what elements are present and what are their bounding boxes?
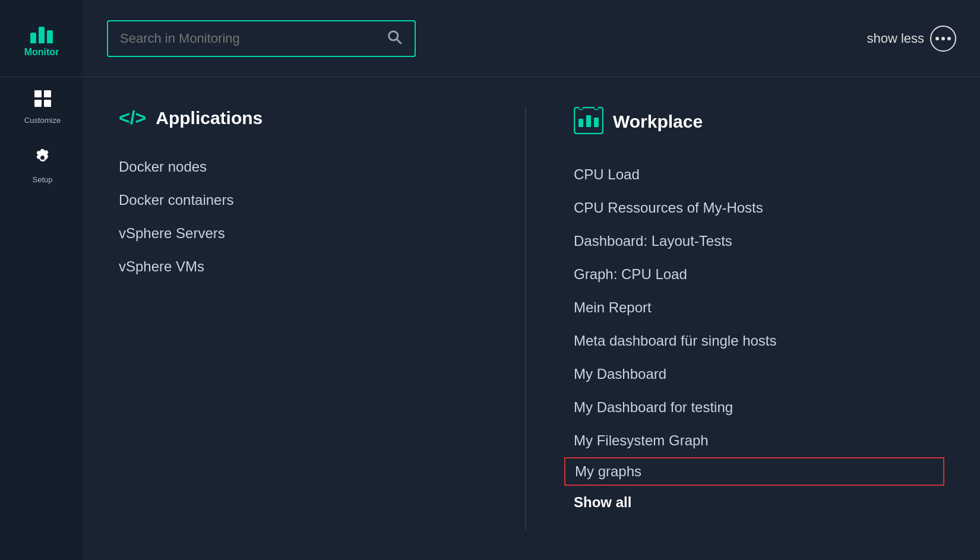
workplace-icon — [574, 107, 603, 137]
svg-rect-12 — [578, 119, 583, 127]
applications-title-row: </> Applications — [119, 107, 489, 129]
sidebar-item-customize-label: Customize — [24, 116, 61, 125]
svg-rect-14 — [594, 118, 599, 127]
gear-icon — [33, 148, 52, 172]
search-icon — [386, 29, 403, 49]
sidebar: Monitor Customize Setup — [0, 0, 83, 560]
applications-section: </> Applications Docker nodes Docker con… — [119, 107, 513, 530]
svg-line-5 — [397, 39, 402, 44]
sidebar-logo-label: Monitor — [24, 47, 59, 58]
svg-point-7 — [941, 37, 945, 40]
sidebar-logo[interactable]: Monitor — [0, 0, 83, 77]
list-item[interactable]: Docker containers — [119, 183, 489, 217]
workplace-section: Workplace CPU Load CPU Ressources of My-… — [538, 107, 944, 530]
svg-point-8 — [947, 37, 951, 40]
monitor-logo-icon — [30, 20, 53, 43]
list-item[interactable]: My Dashboard for testing — [574, 391, 944, 424]
search-input[interactable] — [120, 31, 379, 46]
list-item[interactable]: vSphere Servers — [119, 217, 489, 250]
list-item[interactable]: Docker nodes — [119, 150, 489, 183]
list-item[interactable]: Meta dashboard für single hosts — [574, 324, 944, 357]
main-content: </> Applications Docker nodes Docker con… — [83, 77, 980, 560]
show-less-label: show less — [867, 31, 924, 46]
svg-rect-0 — [34, 90, 42, 97]
svg-rect-13 — [586, 115, 591, 127]
svg-point-4 — [389, 31, 398, 40]
sidebar-item-customize[interactable]: Customize — [0, 77, 83, 137]
topbar-right: show less — [867, 26, 956, 52]
svg-point-11 — [594, 107, 599, 110]
list-item[interactable]: vSphere VMs — [119, 250, 489, 283]
show-all-item[interactable]: Show all — [574, 486, 944, 519]
svg-point-10 — [578, 107, 583, 110]
workplace-list: CPU Load CPU Ressources of My-Hosts Dash… — [574, 158, 944, 519]
topbar: show less — [83, 0, 980, 77]
list-item[interactable]: Mein Report — [574, 291, 944, 324]
show-less-button[interactable]: show less — [867, 26, 956, 52]
svg-point-6 — [935, 37, 939, 40]
list-item[interactable]: CPU Ressources of My-Hosts — [574, 191, 944, 224]
svg-rect-1 — [44, 90, 51, 97]
list-item[interactable]: My Filesystem Graph — [574, 424, 944, 457]
workplace-title: Workplace — [613, 112, 703, 132]
list-item[interactable]: My Dashboard — [574, 357, 944, 391]
search-box[interactable] — [107, 20, 416, 57]
sidebar-item-setup[interactable]: Setup — [0, 137, 83, 196]
my-graphs-item[interactable]: My graphs — [564, 457, 944, 486]
svg-rect-3 — [44, 100, 51, 107]
section-divider — [525, 107, 526, 530]
applications-icon: </> — [119, 107, 146, 129]
applications-list: Docker nodes Docker containers vSphere S… — [119, 150, 489, 283]
grid-icon — [33, 89, 52, 112]
list-item[interactable]: CPU Load — [574, 158, 944, 191]
list-item[interactable]: Dashboard: Layout-Tests — [574, 224, 944, 258]
workplace-title-row: Workplace — [574, 107, 944, 137]
more-options-icon — [930, 26, 956, 52]
list-item[interactable]: Graph: CPU Load — [574, 258, 944, 291]
applications-title: Applications — [156, 108, 263, 128]
svg-rect-2 — [34, 100, 42, 107]
sidebar-item-setup-label: Setup — [33, 175, 53, 184]
